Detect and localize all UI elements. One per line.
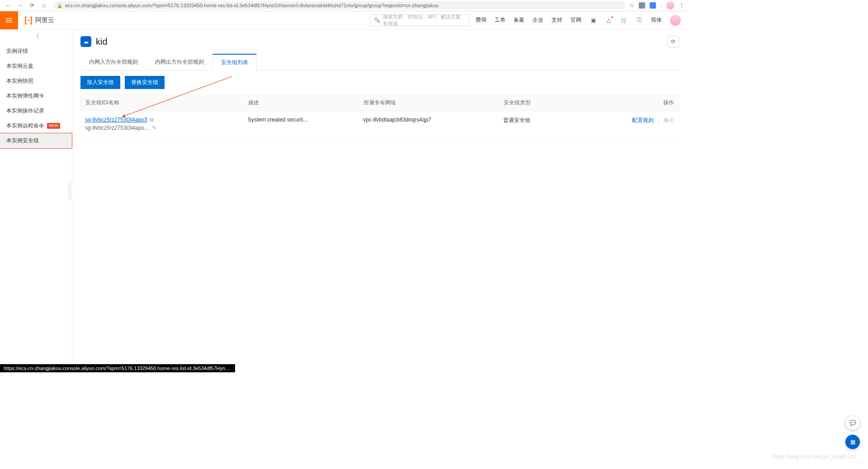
- replace-sg-button[interactable]: 替换安全组: [125, 76, 165, 89]
- action-bar: 加入安全组 替换安全组: [80, 76, 679, 89]
- sidebar-item-disk[interactable]: 本实例云盘: [0, 59, 72, 74]
- search-placeholder: 搜索文档、控制台、API、解决方案和资源: [383, 14, 465, 27]
- edit-icon[interactable]: ✎: [151, 125, 157, 131]
- url-bar[interactable]: 🔒 ecs-cn-zhangjiakou.console.aliyun.com/…: [53, 1, 626, 9]
- browser-avatar[interactable]: [666, 1, 675, 9]
- cell-vpc: vpc-8vbdtaajcb83dnqrs4qp7: [363, 117, 503, 123]
- op-remove-link[interactable]: 移出: [664, 117, 675, 123]
- content-area: ☁ kid ⟳ 内网入方向全部规则 内网出方向全部规则 安全组列表 加入安全组 …: [72, 29, 687, 363]
- home-icon[interactable]: ⌂: [40, 1, 48, 9]
- link-official[interactable]: 官网: [571, 16, 581, 24]
- page-header: ☁ kid ⟳: [80, 36, 679, 47]
- browser-toolbar: ← → ⟳ ⌂ 🔒 ecs-cn-zhangjiakou.console.ali…: [0, 0, 687, 11]
- th-id: 安全组ID/名称: [85, 99, 248, 107]
- lock-icon: 🔒: [57, 3, 62, 8]
- join-sg-button[interactable]: 加入安全组: [80, 76, 120, 89]
- sidebar-item-detail[interactable]: 实例详情: [0, 44, 72, 59]
- tab-egress[interactable]: 内网出方向全部规则: [146, 54, 212, 70]
- cell-type: 普通安全组: [503, 117, 625, 124]
- sidebar-item-oplog[interactable]: 本实例操作记录: [0, 103, 72, 118]
- tab-sg-list[interactable]: 安全组列表: [212, 54, 257, 70]
- sg-id-link[interactable]: sg-8vbcz5rz2753t3i4apo3: [85, 117, 147, 123]
- browser-menu-icon[interactable]: ⋮: [679, 2, 684, 9]
- bell-icon[interactable]: △: [605, 17, 612, 24]
- cart-icon[interactable]: 🛒: [620, 17, 627, 24]
- th-type: 安全组类型: [504, 99, 624, 107]
- help-icon[interactable]: ⓘ: [636, 17, 643, 24]
- page-title: kid: [96, 37, 108, 47]
- th-ops: 操作: [624, 99, 674, 107]
- reload-icon[interactable]: ⟳: [28, 1, 36, 9]
- cell-id: sg-8vbcz5rz2753t3i4apo3 ⧉ sg-8vbcz5rz275…: [85, 117, 248, 131]
- cell-desc: System created securit...: [248, 117, 363, 123]
- hamburger-icon: [5, 16, 13, 24]
- link-enterprise[interactable]: 企业: [533, 16, 543, 24]
- extension-icon-2[interactable]: [650, 2, 656, 9]
- new-badge: NEW: [47, 123, 60, 129]
- extension-icon-1[interactable]: [639, 2, 645, 9]
- logo-text: 阿里云: [35, 16, 54, 24]
- top-nav: [-] 阿里云 🔍 搜索文档、控制台、API、解决方案和资源 费用 工单 备案 …: [0, 11, 687, 29]
- copy-icon[interactable]: ⧉: [149, 117, 155, 123]
- instance-icon: ☁: [80, 36, 91, 47]
- back-icon[interactable]: ←: [5, 1, 13, 9]
- sidebar-back[interactable]: 〈: [0, 29, 72, 44]
- user-avatar[interactable]: [670, 15, 681, 26]
- sidebar-item-eni[interactable]: 本实例弹性网卡: [0, 89, 72, 103]
- hamburger-menu[interactable]: [0, 11, 18, 29]
- sidebar-item-securitygroup[interactable]: 本实例安全组: [0, 133, 72, 149]
- sidebar-item-remote[interactable]: 本实例远程命令NEW: [0, 118, 72, 133]
- link-ticket[interactable]: 工单: [495, 16, 505, 24]
- th-vpc: 所属专有网络: [363, 99, 504, 107]
- table-row: sg-8vbcz5rz2753t3i4apo3 ⧉ sg-8vbcz5rz275…: [80, 111, 679, 137]
- link-support[interactable]: 支持: [552, 16, 562, 24]
- global-search[interactable]: 🔍 搜索文档、控制台、API、解决方案和资源: [370, 14, 469, 26]
- op-config-link[interactable]: 配置规则: [632, 117, 654, 123]
- logo-mark: [-]: [24, 15, 33, 25]
- search-icon: 🔍: [374, 17, 380, 23]
- table-header: 安全组ID/名称 描述 所属专有网络 安全组类型 操作: [80, 94, 679, 111]
- sidebar: 〈 实例详情 本实例云盘 本实例快照 本实例弹性网卡 本实例操作记录 本实例远程…: [0, 29, 72, 363]
- top-links: 费用 工单 备案 企业 支持 官网 ▣ △ 🛒 ⓘ 简体: [476, 15, 687, 26]
- star-icon[interactable]: ☆: [629, 2, 634, 9]
- link-fee[interactable]: 费用: [476, 16, 486, 24]
- forward-icon[interactable]: →: [16, 1, 24, 9]
- main-layout: 〈 实例详情 本实例云盘 本实例快照 本实例弹性网卡 本实例操作记录 本实例远程…: [0, 29, 687, 363]
- browser-right-icons: ☆ | ⋮: [629, 1, 684, 9]
- url-text: ecs-cn-zhangjiakou.console.aliyun.com/?s…: [65, 3, 439, 8]
- sidebar-item-snapshot[interactable]: 本实例快照: [0, 74, 72, 89]
- tabs: 内网入方向全部规则 内网出方向全部规则 安全组列表: [80, 54, 679, 70]
- sidebar-collapse-handle[interactable]: ‹: [68, 183, 72, 200]
- logo[interactable]: [-] 阿里云: [18, 15, 61, 25]
- link-filing[interactable]: 备案: [514, 16, 524, 24]
- link-lang[interactable]: 简体: [651, 16, 662, 24]
- browser-divider: |: [660, 2, 662, 9]
- op-sep: |: [658, 117, 660, 123]
- tab-ingress[interactable]: 内网入方向全部规则: [80, 54, 146, 70]
- refresh-button[interactable]: ⟳: [667, 36, 679, 47]
- cell-ops: 配置规则 | 移出: [625, 117, 675, 124]
- sg-name-text: sg-8vbcz5rz2753t3i4apo...: [85, 125, 149, 131]
- browser-status-bar: https://ecs-cn-zhangjiakou.console.aliyu…: [0, 364, 235, 372]
- th-desc: 描述: [248, 99, 363, 107]
- monitor-icon[interactable]: ▣: [590, 17, 597, 24]
